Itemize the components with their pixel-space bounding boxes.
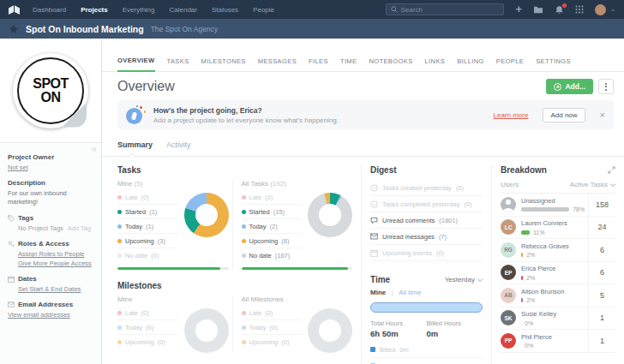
projects-folder-icon[interactable] — [533, 5, 543, 14]
more-options-button[interactable] — [598, 79, 614, 94]
active-tasks-dropdown[interactable]: Active Tasks — [570, 181, 615, 188]
logo-text-bottom: ON — [41, 91, 61, 104]
tag-icon — [8, 215, 15, 222]
sidebar-section-dates: Dates Set Start & End Dates — [8, 275, 93, 293]
nav-calendar[interactable]: Calendar — [170, 6, 197, 14]
digest-title: Digest — [370, 165, 483, 175]
sidebar-section-owner: Project Owner Not set — [8, 153, 93, 171]
project-update-banner: How's the project going, Erica? Add a pr… — [117, 100, 614, 129]
nav-people[interactable]: People — [253, 6, 274, 14]
check-circle-icon — [370, 184, 378, 192]
total-hours-value: 6h 50m — [370, 329, 427, 338]
digest-unread-comments[interactable]: Unread comments(1801) — [370, 212, 483, 229]
tab-messages[interactable]: MESSAGES — [258, 51, 297, 71]
breakdown-row-rebecca: RG Rebecca Graves 2% 6 — [501, 239, 615, 262]
expand-icon[interactable] — [608, 166, 615, 174]
avatar-rebecca: RG — [501, 242, 516, 258]
tab-people[interactable]: PEOPLE — [496, 51, 524, 71]
avatar-susie: SK — [501, 310, 516, 325]
roles-title: Roles & Access — [18, 240, 69, 248]
tab-notebooks[interactable]: NOTEBOOKS — [369, 51, 412, 71]
description-title: Description — [8, 179, 93, 187]
notifications-bell-icon[interactable] — [555, 5, 564, 15]
digest-unread-messages[interactable]: Unread messages(7) — [370, 229, 483, 245]
tab-links[interactable]: LINKS — [425, 51, 446, 71]
time-tab-all-time[interactable]: All time — [399, 289, 421, 296]
late-dot — [117, 311, 122, 315]
breakdown-row-lauren: LC Lauren Conners 11% 24 — [501, 217, 615, 240]
tab-overview[interactable]: OVERVIEW — [117, 50, 155, 72]
legend-no-date: No date(0) — [117, 248, 178, 262]
plus-circle-icon: + — [554, 83, 561, 91]
tab-time[interactable]: TIME — [340, 51, 357, 71]
task-count: 5 — [588, 284, 615, 307]
tasks-mine: Mine (5) Late(0) Started(1) Today(1) Upc… — [117, 180, 229, 270]
user-menu-chevron-icon[interactable]: ⌄ — [610, 6, 615, 13]
user-avatar[interactable] — [595, 4, 606, 15]
nav-projects[interactable]: Projects — [81, 6, 108, 14]
search-input[interactable] — [401, 6, 499, 14]
digest-tasks-created: Tasks created yesterday(0) — [370, 180, 483, 196]
quick-add-icon[interactable]: + — [516, 5, 523, 14]
collapse-panel-icon[interactable] — [91, 146, 97, 152]
time-range-dropdown[interactable]: Yesterday — [445, 276, 483, 283]
chevron-down-icon — [477, 278, 483, 282]
avatar-phil: PP — [501, 333, 516, 349]
close-banner-icon[interactable]: × — [600, 110, 605, 120]
main-content: OVERVIEW TASKS MILESTONES MESSAGES FILES… — [102, 39, 624, 364]
assign-roles-link[interactable]: Assign Roles to People — [8, 250, 93, 258]
tab-files[interactable]: FILES — [309, 51, 328, 71]
tab-settings[interactable]: SETTINGS — [536, 51, 571, 71]
logo-circle: SPOT ON — [17, 57, 84, 124]
owner-not-set-link[interactable]: Not set — [8, 164, 93, 171]
started-dot — [242, 210, 246, 214]
subtab-summary[interactable]: Summary — [117, 135, 153, 156]
time-legend-billed: Billed0m — [370, 342, 483, 358]
task-count: 1 — [588, 307, 615, 330]
main-nav: Dashboard Projects Everything Calendar S… — [33, 6, 274, 14]
milestones-title: Milestones — [117, 281, 352, 290]
legend-late: Late(0) — [117, 190, 178, 205]
nav-dashboard[interactable]: Dashboard — [33, 6, 66, 14]
add-now-button[interactable]: Add now — [543, 108, 585, 122]
add-button[interactable]: + Add... — [546, 79, 593, 94]
project-logo-area: SPOT ON — [0, 39, 101, 143]
nav-everything[interactable]: Everything — [123, 6, 155, 14]
legend-late: Late(0) — [117, 306, 178, 320]
tasks-all-progress — [242, 267, 353, 270]
legend-today: Today(1) — [117, 219, 178, 234]
apps-grid-icon[interactable] — [575, 5, 584, 14]
total-hours-label: Total Hours — [370, 319, 427, 327]
legend-upcoming: Upcoming(3) — [117, 234, 178, 248]
milestones-mine: Mine Late(0) Today(0) Upcoming(0) — [117, 295, 229, 353]
project-title: Spot On Inbound Marketing — [26, 24, 144, 34]
learn-more-link[interactable]: Learn more — [494, 111, 529, 119]
tab-tasks[interactable]: TASKS — [167, 51, 189, 71]
give-access-link[interactable]: Give More People Access — [8, 260, 93, 267]
breakdown-row-alison: AB Alison Brunson 2% 5 — [501, 284, 615, 307]
star-project-icon[interactable] — [9, 24, 19, 34]
search-box[interactable] — [386, 3, 504, 15]
digest-tasks-completed: Tasks completed yesterday(0) — [370, 196, 483, 212]
time-tab-mine[interactable]: Mine — [370, 289, 386, 296]
legend-upcoming: Upcoming(8) — [242, 234, 303, 248]
description-text: For our own inbound marketing! — [8, 189, 93, 206]
add-tag-link[interactable]: Add Tag — [68, 224, 91, 232]
upcoming-dot — [117, 239, 122, 243]
subtab-activity[interactable]: Activity — [166, 135, 191, 156]
tab-billing[interactable]: BILLING — [457, 51, 484, 71]
tab-milestones[interactable]: MILESTONES — [201, 51, 246, 71]
teamwork-logo-icon[interactable] — [7, 4, 21, 15]
project-tabbar: OVERVIEW TASKS MILESTONES MESSAGES FILES… — [102, 50, 624, 72]
view-emails-link[interactable]: View email addresses — [8, 311, 93, 319]
late-dot — [242, 311, 246, 315]
set-dates-link[interactable]: Set Start & End Dates — [8, 285, 93, 293]
logo-text-top: SPOT — [33, 77, 69, 90]
project-info-panel: Project Owner Not set Description For ou… — [0, 143, 101, 364]
legend-today: Today(0) — [242, 320, 303, 335]
breakdown-panel: Breakdown Users Active Tasks — [501, 165, 615, 353]
nav-statuses[interactable]: Statuses — [212, 6, 238, 14]
breakdown-row-phil: PP Phil Pierce 0% 1 — [501, 330, 615, 353]
tasks-panel: Tasks Mine (5) Late(0) Started(1) Today(… — [117, 165, 352, 270]
tasks-title: Tasks — [117, 165, 352, 175]
